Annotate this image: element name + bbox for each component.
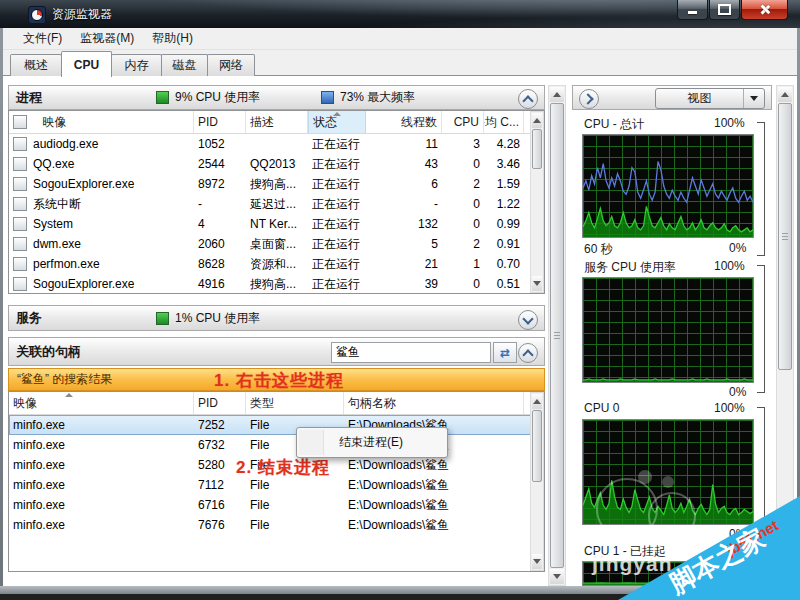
watermark-dot: [638, 470, 652, 484]
annotation-step1: 1. 右击这些进程: [214, 369, 344, 392]
handle-row[interactable]: minfo.exe7676FileE:\Downloads\鲨鱼: [9, 515, 544, 535]
end-process-menu-item[interactable]: 结束进程(E): [327, 430, 445, 455]
process-row[interactable]: QQ.exe2544QQ2013正在运行4303.46: [9, 154, 544, 174]
row-checkbox[interactable]: [13, 257, 27, 271]
process-row[interactable]: SogouExplorer.exe8972搜狗高...正在运行621.59: [9, 174, 544, 194]
col-pid[interactable]: PID: [194, 111, 246, 133]
process-table: 映像 PID 描述 状态 线程数 CPU 平均 C... audiodg.exe…: [8, 110, 545, 294]
col-handle-type[interactable]: 类型: [246, 392, 344, 414]
handles-collapse-button[interactable]: [518, 343, 538, 363]
search-handles-button[interactable]: ⇄: [493, 342, 517, 363]
max-freq-label: 73% 最大频率: [340, 89, 415, 106]
handle-row[interactable]: minfo.exe7252FileE:\Downloads\鲨鱼: [9, 415, 544, 435]
maximize-button[interactable]: [709, 0, 740, 20]
view-button[interactable]: 视图: [655, 88, 765, 109]
minimize-icon: [688, 11, 697, 14]
row-checkbox[interactable]: [13, 197, 27, 211]
process-row[interactable]: System4NT Ker...正在运行13200.99: [9, 214, 544, 234]
handle-row[interactable]: minfo.exe6716FileE:\Downloads\鲨鱼: [9, 495, 544, 515]
cpu-total-graph: [582, 134, 754, 238]
row-checkbox[interactable]: [13, 157, 27, 171]
service-cpu-swatch-icon: [156, 312, 169, 325]
chevron-right-icon: [582, 93, 593, 104]
watermark-jingyan: jingyan: [592, 552, 673, 576]
menu-monitor[interactable]: 监视器(M): [71, 28, 143, 49]
handles-title: 关联的句柄: [9, 343, 156, 361]
handle-row[interactable]: minfo.exe6732FileE:\Downloads\鲨鱼: [9, 435, 544, 455]
menu-file[interactable]: 文件(F): [14, 28, 71, 49]
scroll-up-icon[interactable]: [550, 87, 564, 102]
scrollbar-thumb[interactable]: [778, 103, 792, 370]
graph-service-min: 0%: [729, 385, 746, 399]
watermark-dot: [662, 476, 674, 488]
screen: 资源监视器 文件(F) 监视器(M) 帮助(H) 概述 CPU 内存 磁盘 网络…: [0, 0, 800, 600]
menu-help[interactable]: 帮助(H): [143, 28, 202, 49]
graph-cpu-total-max: 100%: [714, 116, 745, 130]
search-result-label: “鲨鱼” 的搜索结果: [17, 371, 112, 388]
graph-cpu0-max: 100%: [714, 401, 745, 415]
services-section-header: 服务 1% CPU 使用率: [8, 305, 545, 331]
scrollbar-thumb[interactable]: [532, 129, 542, 169]
select-all-checkbox[interactable]: [13, 115, 27, 129]
scrollbar-thumb[interactable]: [532, 410, 542, 482]
graphs-panel-scrollbar[interactable]: [776, 85, 794, 586]
handles-table-scrollbar[interactable]: [530, 392, 544, 571]
scroll-up-icon[interactable]: [532, 113, 542, 128]
tab-network[interactable]: 网络: [207, 54, 255, 76]
process-table-body: audiodg.exe1052正在运行1134.28QQ.exe2544QQ20…: [9, 134, 544, 294]
scroll-up-icon[interactable]: [778, 87, 792, 102]
scroll-down-icon[interactable]: [532, 554, 542, 569]
graphs-collapse-button[interactable]: [579, 89, 599, 109]
graph-service-max: 100%: [714, 259, 745, 273]
col-avg[interactable]: 平均 C...: [484, 111, 524, 133]
sort-arrow-icon: [65, 393, 73, 397]
col-handle-image[interactable]: 映像: [9, 392, 194, 414]
col-desc[interactable]: 描述: [246, 111, 308, 133]
minimize-button[interactable]: [677, 0, 708, 20]
processes-collapse-button[interactable]: [518, 89, 538, 109]
left-pane-scrollbar[interactable]: [548, 85, 566, 586]
graph-cpu-total-title: CPU - 总计: [584, 116, 644, 133]
graph-bracket: [757, 407, 765, 535]
col-threads[interactable]: 线程数: [366, 111, 442, 133]
cpu-usage-swatch-icon: [156, 91, 169, 104]
handle-search-input[interactable]: [332, 346, 495, 360]
close-button[interactable]: [741, 0, 788, 20]
menubar: 文件(F) 监视器(M) 帮助(H): [3, 28, 797, 50]
scroll-down-icon[interactable]: [550, 569, 564, 584]
col-handle-pid[interactable]: PID: [194, 392, 246, 414]
cpu-usage-label: 9% CPU 使用率: [175, 89, 260, 106]
tab-overview[interactable]: 概述: [10, 54, 62, 76]
scroll-down-icon[interactable]: [778, 569, 792, 584]
sort-arrow-icon: [333, 112, 341, 116]
col-image[interactable]: 映像: [9, 111, 194, 133]
tab-cpu[interactable]: CPU: [61, 51, 112, 77]
col-cpu[interactable]: CPU: [442, 111, 484, 133]
col-handle-name[interactable]: 句柄名称: [344, 392, 524, 414]
process-row[interactable]: SogouExplorer.exe4916搜狗高...正在运行3900.51: [9, 274, 544, 294]
search-arrows-icon: ⇄: [500, 346, 510, 360]
row-checkbox[interactable]: [13, 137, 27, 151]
graph-bracket: [757, 122, 765, 256]
tab-disk[interactable]: 磁盘: [161, 54, 208, 76]
tabstrip: 概述 CPU 内存 磁盘 网络: [3, 50, 797, 76]
col-status[interactable]: 状态: [308, 111, 366, 133]
process-row[interactable]: perfmon.exe8628资源和...正在运行2110.70: [9, 254, 544, 274]
row-checkbox[interactable]: [13, 237, 27, 251]
scroll-up-icon[interactable]: [532, 394, 542, 409]
process-row[interactable]: dwm.exe2060桌面窗...正在运行520.91: [9, 234, 544, 254]
process-row[interactable]: 系统中断-延迟过...正在运行-01.22: [9, 194, 544, 214]
window-frame-bottom: [0, 586, 800, 594]
scrollbar-thumb[interactable]: [550, 103, 564, 568]
tab-memory[interactable]: 内存: [111, 54, 162, 76]
process-table-scrollbar[interactable]: [530, 111, 544, 293]
row-checkbox[interactable]: [13, 277, 27, 291]
services-expand-button[interactable]: [518, 310, 538, 330]
process-row[interactable]: audiodg.exe1052正在运行1134.28: [9, 134, 544, 154]
row-checkbox[interactable]: [13, 217, 27, 231]
row-checkbox[interactable]: [13, 177, 27, 191]
view-dropdown-arrow[interactable]: [744, 89, 764, 108]
window-title: 资源监视器: [52, 6, 112, 23]
desktop-strip: [0, 594, 800, 600]
scroll-down-icon[interactable]: [532, 276, 542, 291]
